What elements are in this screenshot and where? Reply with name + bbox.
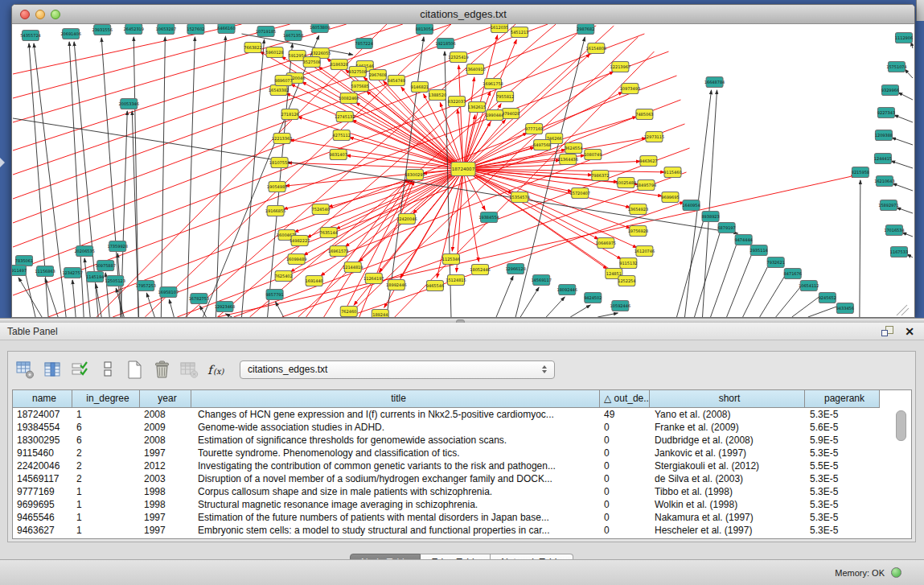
table-row[interactable]: 1830029562008Estimation of significance …: [13, 434, 911, 447]
graph-node[interactable]: 2967608: [369, 70, 387, 80]
graph-node[interactable]: 1080749: [584, 150, 602, 160]
graph-node[interactable]: 7932621: [767, 257, 785, 268]
graph-node[interactable]: 18092446: [556, 285, 577, 295]
resize-grip-icon[interactable]: [897, 305, 909, 315]
delete-trash-button[interactable]: [151, 359, 173, 381]
graph-node[interactable]: 12325419: [448, 52, 468, 63]
graph-node[interactable]: 15354574: [509, 192, 529, 203]
graph-node[interactable]: 16120746: [634, 246, 655, 257]
table-row[interactable]: 1456911722003Disruption of a novel membe…: [13, 472, 911, 485]
graph-node[interactable]: 9896077: [274, 76, 292, 86]
float-panel-icon[interactable]: [881, 325, 893, 337]
graph-node[interactable]: 9424502: [584, 293, 602, 303]
graph-node[interactable]: 1252254: [618, 276, 635, 286]
graph-node[interactable]: 16210643: [874, 176, 894, 187]
graph-node[interactable]: 7625402: [274, 271, 292, 282]
table-row[interactable]: 1872400712008Changes of HCN gene express…: [13, 408, 911, 421]
graph-node[interactable]: 10592446: [610, 301, 630, 311]
graph-node[interactable]: 9794028: [502, 109, 519, 119]
graph-node[interactable]: 7835061: [15, 256, 33, 266]
graph-node[interactable]: 9857791: [265, 290, 283, 300]
graph-node[interactable]: 1527602: [187, 24, 204, 35]
graph-node[interactable]: 15720407: [570, 188, 590, 199]
graph-node[interactable]: 9115132: [619, 258, 637, 269]
graph-node[interactable]: 23931556: [92, 25, 112, 35]
graph-node[interactable]: 9463627: [639, 156, 657, 167]
graph-node[interactable]: 16154808: [586, 43, 606, 54]
graph-node[interactable]: 9831407: [330, 150, 347, 160]
graph-node[interactable]: 15124815: [446, 275, 466, 286]
graph-node[interactable]: 9227343: [877, 108, 895, 118]
graph-node[interactable]: 7857224: [355, 39, 373, 49]
graph-node[interactable]: 22420046: [396, 214, 417, 225]
graph-node[interactable]: 8186328: [331, 60, 348, 70]
graph-node[interactable]: 9433456: [836, 303, 854, 314]
graph-node[interactable]: 16961758: [483, 79, 503, 89]
graph-node[interactable]: 5960128: [265, 47, 283, 58]
graph-node[interactable]: 1167533: [890, 247, 908, 257]
graph-node[interactable]: 8454749: [388, 76, 405, 86]
graph-node[interactable]: 762460: [340, 307, 357, 317]
minimize-window-button[interactable]: [35, 10, 45, 19]
graph-node[interactable]: 15892971: [878, 200, 898, 211]
column-header-title[interactable]: title: [191, 390, 600, 408]
select-rows-check-button[interactable]: [69, 359, 91, 381]
graph-node[interactable]: 2987682: [577, 24, 594, 35]
graph-node[interactable]: 12966128: [505, 264, 525, 274]
graph-node[interactable]: 18724007: [451, 163, 475, 176]
graph-node[interactable]: 18495794: [636, 180, 656, 191]
column-header-out-de-[interactable]: △ out_de...: [600, 390, 650, 408]
vertical-scrollbar-thumb[interactable]: [896, 410, 906, 441]
table-row[interactable]: 969969511998Structural magnetic resonanc…: [13, 498, 911, 511]
column-header-short[interactable]: short: [650, 390, 805, 408]
graph-node[interactable]: 3911497: [12, 266, 27, 276]
graph-node[interactable]: 10654112: [799, 281, 819, 291]
graph-node[interactable]: 4275112: [333, 130, 351, 141]
graph-node[interactable]: 3624554: [565, 143, 582, 154]
zoom-window-button[interactable]: [51, 10, 60, 19]
close-panel-icon[interactable]: ✕: [905, 326, 914, 337]
graph-node[interactable]: 10653287: [156, 24, 176, 35]
graph-node[interactable]: 5451213: [511, 27, 528, 38]
column-header-pagerank[interactable]: pagerank: [805, 390, 880, 408]
graph-node[interactable]: 8813054: [416, 24, 433, 35]
graph-node[interactable]: 14671358: [283, 31, 303, 41]
graph-node[interactable]: 16648784: [704, 77, 725, 88]
network-graph-canvas[interactable]: 5435572420691406239315562645231910653287…: [12, 24, 914, 317]
graph-node[interactable]: 12213967: [610, 62, 630, 72]
graph-node[interactable]: 12144819: [343, 262, 363, 273]
graph-node[interactable]: 20691406: [60, 29, 80, 39]
graph-node[interactable]: 1990444: [486, 110, 503, 121]
graph-node[interactable]: 7986372: [591, 171, 609, 181]
graph-node[interactable]: 9115460: [663, 167, 681, 178]
graph-node[interactable]: 12213363: [272, 134, 292, 144]
graph-node[interactable]: 12505123: [105, 276, 125, 286]
graph-node[interactable]: 1362615: [468, 102, 486, 113]
column-header-name[interactable]: name: [13, 390, 72, 408]
graph-node[interactable]: 19054985: [267, 182, 287, 192]
graph-node[interactable]: 1640954: [682, 200, 700, 211]
graph-node[interactable]: 26452319: [124, 24, 144, 35]
graph-node[interactable]: 8471676: [784, 269, 802, 279]
graph-node[interactable]: 9327508: [349, 67, 367, 77]
graph-node[interactable]: 8215958: [852, 167, 869, 178]
graph-node[interactable]: 7485063: [635, 109, 653, 120]
column-header-in-degree[interactable]: in_degree: [72, 390, 140, 408]
graph-node[interactable]: 2935114: [750, 245, 768, 256]
graph-node[interactable]: 6497568: [533, 140, 551, 150]
graph-node[interactable]: 12973115: [644, 132, 664, 142]
graph-node[interactable]: 11264197: [363, 274, 384, 284]
graph-node[interactable]: 10025488: [616, 178, 636, 188]
graph-node[interactable]: 19218506: [435, 39, 455, 49]
network-window[interactable]: citations_edges.txt 5435572420: [11, 4, 915, 318]
graph-node[interactable]: 9146821: [411, 82, 429, 93]
graph-node[interactable]: 8322037: [448, 97, 466, 107]
graph-node[interactable]: 5975685: [351, 81, 369, 92]
graph-node[interactable]: 17957253: [136, 281, 156, 291]
graph-node[interactable]: 10646975: [596, 238, 616, 249]
graph-node[interactable]: 15751074: [886, 62, 906, 72]
graph-node[interactable]: 1388520: [429, 90, 446, 101]
close-window-button[interactable]: [20, 10, 30, 19]
graph-node[interactable]: 1125346: [442, 254, 460, 265]
table-row[interactable]: 2242004622012Investigating the contribut…: [13, 459, 911, 472]
